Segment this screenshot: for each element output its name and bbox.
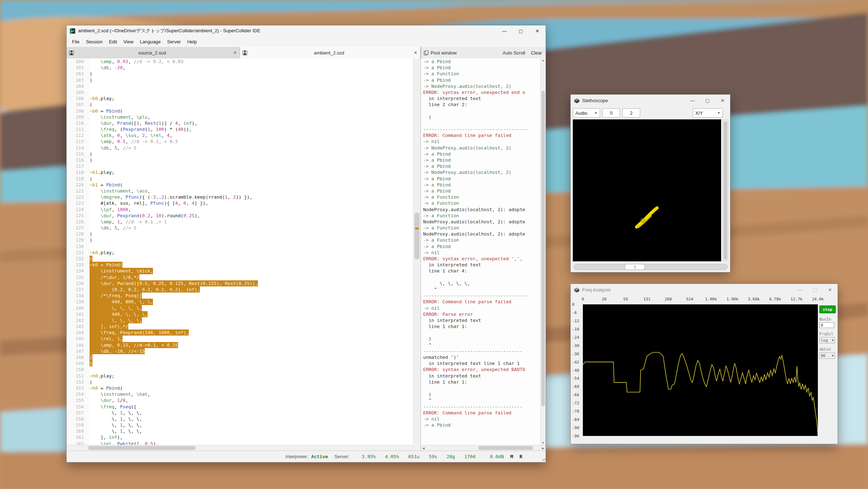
- menu-file[interactable]: File: [69, 39, 83, 44]
- tab-ambient-2[interactable]: ambient_2.scd ✕: [240, 47, 421, 58]
- chevron-down-icon: ▼: [832, 339, 834, 342]
- line-number: 158: [67, 416, 90, 422]
- frq-scl-label: FrqScl: [819, 332, 836, 336]
- line-number: 112: [67, 132, 90, 138]
- stethoscope-titlebar[interactable]: Stethoscope — ▢ ✕: [571, 95, 730, 106]
- scrollbar-thumb[interactable]: [724, 121, 727, 260]
- line-number: 144: [67, 329, 90, 336]
- tab-source-2[interactable]: source_2.scd ✕: [67, 47, 240, 58]
- line-number: 121: [67, 188, 90, 194]
- post-window-title: Post window: [431, 50, 457, 56]
- stop-button[interactable]: stop: [819, 305, 836, 313]
- scroll-right-icon[interactable]: ▶: [541, 447, 545, 450]
- clear-button[interactable]: Clear: [531, 50, 542, 56]
- bus-in-field[interactable]: 0: [819, 322, 834, 328]
- channel-count-field[interactable]: 2: [622, 108, 640, 118]
- scope-mode-value: X/Y: [695, 110, 703, 116]
- save-icon[interactable]: [243, 51, 247, 55]
- minimize-icon[interactable]: —: [792, 284, 807, 296]
- volume-level[interactable]: 0.0dB: [490, 454, 504, 459]
- post-line: -> NodeProxy.audio(localhost, 2): [423, 169, 540, 175]
- y-tick-label: -30: [572, 343, 579, 348]
- window-title: ambient_2.scd (~/OneDrive/デスクトップ/SuperCo…: [78, 28, 260, 34]
- post-vertical-scrollbar[interactable]: ▲ ▼: [540, 58, 546, 445]
- stethoscope-window: Stethoscope — ▢ ✕ Audio ▼ 0 2 X/Y ▼: [570, 94, 730, 272]
- line-number: 119: [67, 176, 90, 182]
- bus-index-field[interactable]: 0: [602, 108, 620, 118]
- bus-type-select[interactable]: Audio ▼: [573, 108, 600, 118]
- post-line: -> a Pbind: [423, 182, 540, 188]
- post-line: ^: [423, 342, 540, 348]
- mute-record-indicators[interactable]: M R: [510, 454, 524, 459]
- editor-horizontal-scrollbar[interactable]: [67, 445, 413, 451]
- post-line: NodeProxy.audio(localhost, 2): adopte: [423, 231, 540, 237]
- server-stat: 4.05%: [385, 454, 399, 459]
- post-horizontal-scrollbar[interactable]: ◀ ▶: [421, 445, 546, 451]
- close-icon[interactable]: ✕: [715, 95, 730, 106]
- frq-scl-select[interactable]: log ▼: [819, 337, 835, 343]
- line-number: 142: [67, 317, 90, 323]
- scrollbar-thumb[interactable]: [541, 91, 545, 406]
- close-icon[interactable]: ✕: [529, 25, 546, 36]
- minimize-icon[interactable]: —: [685, 95, 700, 106]
- save-icon[interactable]: [69, 51, 74, 55]
- line-number: 132: [67, 256, 90, 262]
- y-tick-label: -78: [572, 409, 579, 414]
- line-number: 147: [67, 348, 90, 354]
- scope-vertical-scrollbar[interactable]: [723, 119, 728, 261]
- code-line: 152(: [67, 379, 413, 385]
- line-number: 116: [67, 157, 90, 163]
- tab-close-icon[interactable]: ✕: [230, 50, 240, 55]
- code-line: 138 /*\freq, Pseq([: [67, 293, 413, 299]
- x-tick-label: 1.00k: [705, 297, 717, 302]
- line-number: 139: [67, 299, 90, 305]
- scope-zoom-slider[interactable]: |: [574, 264, 728, 270]
- scrollbar-thumb[interactable]: [478, 446, 533, 450]
- menu-server[interactable]: Server: [164, 39, 184, 44]
- editor-vertical-scrollbar[interactable]: [413, 58, 421, 445]
- scroll-down-icon[interactable]: ▼: [541, 441, 546, 445]
- menu-help[interactable]: Help: [184, 39, 200, 44]
- slider-thumb[interactable]: |: [624, 264, 645, 270]
- docklet-icon[interactable]: [424, 51, 428, 55]
- scrollbar-thumb[interactable]: [414, 213, 419, 259]
- code-line: 160 \, 1, \, \,: [67, 428, 413, 434]
- tab-label[interactable]: ambient_2.scd: [247, 50, 411, 56]
- tab-label[interactable]: source_2.scd: [74, 50, 230, 56]
- scope-mode-select[interactable]: X/Y ▼: [693, 108, 723, 118]
- menu-language[interactable]: Language: [137, 39, 164, 44]
- post-line: line 1 char 1:: [423, 323, 540, 329]
- auto-scroll-button[interactable]: Auto Scroll: [503, 50, 525, 56]
- ide-titlebar[interactable]: ambient_2.scd (~/OneDrive/デスクトップ/SuperCo…: [67, 25, 546, 36]
- minimize-icon[interactable]: —: [496, 25, 513, 36]
- post-line: -> a Pbind: [423, 163, 540, 169]
- code-area[interactable]: 100 \amp, 0.03, //d -> 0.2, < 0.03101 \d…: [67, 58, 413, 445]
- post-line: in interpreted text: [423, 262, 540, 268]
- code-line: 129): [67, 237, 413, 243]
- freq-analyzer-titlebar[interactable]: Freq Analyzer — ▢ ✕: [571, 284, 838, 296]
- code-line: 150: [67, 366, 413, 372]
- interpreter-status[interactable]: Active: [311, 454, 328, 459]
- post-line: in interpreted text line 1 char 1: [423, 360, 540, 366]
- menu-edit[interactable]: Edit: [106, 39, 120, 44]
- scroll-left-icon[interactable]: ◀: [422, 447, 425, 450]
- line-number: 136: [67, 280, 90, 286]
- resize-grip-icon[interactable]: ◢: [542, 457, 545, 461]
- line-number: 107: [67, 101, 90, 108]
- maximize-icon[interactable]: ▢: [513, 25, 529, 36]
- server-stats[interactable]: 3.95%4.05%651u59s28g170d: [353, 454, 476, 459]
- menu-session[interactable]: Session: [83, 39, 106, 44]
- db-cut-select[interactable]: 96 ▼: [819, 352, 835, 359]
- close-icon[interactable]: ✕: [823, 284, 838, 296]
- x-tick-label: 20: [602, 297, 606, 302]
- code-line: 133~k0 = Pbind(: [67, 262, 413, 268]
- scroll-up-icon[interactable]: ▲: [541, 59, 546, 62]
- menu-view[interactable]: View: [120, 39, 137, 44]
- scrollbar-thumb[interactable]: [88, 446, 196, 450]
- post-window-log[interactable]: -> a Pbind-> a Pbind-> a Function-> a Pb…: [421, 58, 540, 445]
- line-number: 145: [67, 336, 90, 342]
- maximize-icon[interactable]: ▢: [807, 284, 823, 296]
- tab-close-icon[interactable]: ✕: [411, 50, 420, 55]
- maximize-icon[interactable]: ▢: [700, 95, 715, 106]
- code-line: 141 440, \, \, \,: [67, 311, 413, 317]
